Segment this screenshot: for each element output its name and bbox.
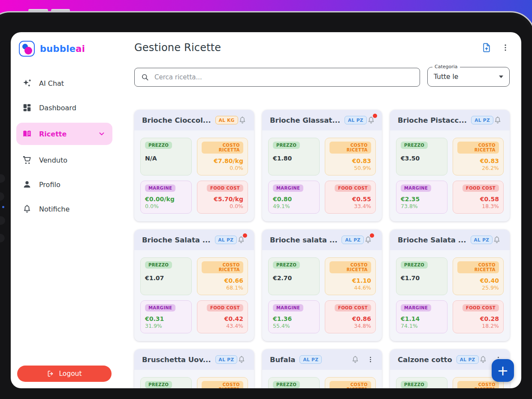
- card-menu-button[interactable]: [380, 236, 382, 244]
- prezzo-value: €1.07: [145, 275, 187, 281]
- margine-value: €0.80: [273, 196, 315, 203]
- category-select[interactable]: Categoria Tutte le: [427, 67, 510, 87]
- card-bell-button[interactable]: [238, 116, 247, 124]
- category-select-label: Categoria: [432, 64, 460, 70]
- card-bell-button[interactable]: [237, 236, 245, 244]
- card-title: Bufala: [270, 356, 295, 364]
- tile-label: MARGINE: [273, 304, 303, 311]
- costo-pct: 68.1%: [202, 284, 244, 291]
- card-bell-button[interactable]: [351, 355, 360, 364]
- card-menu-button[interactable]: [253, 236, 254, 244]
- recipe-card[interactable]: Brioche Cioccol... AL KG PREZZO N/A COST…: [134, 110, 254, 221]
- recipe-card[interactable]: Brioche Glassat... AL PZ PREZZO €1.80 CO…: [262, 110, 382, 221]
- recipe-card[interactable]: Bufala AL PZ PREZZO €10.00 COSTO RICETTA…: [262, 349, 382, 388]
- costo-pct: 50.9%: [329, 165, 372, 171]
- card-bell-button[interactable]: [493, 116, 502, 124]
- costo-value: €7.80/kg: [202, 157, 244, 164]
- sidebar: bubbleai AI Chat Dashboard Ricette Vendu…: [11, 32, 118, 388]
- card-menu-button[interactable]: [253, 355, 254, 364]
- recipe-card[interactable]: Brioche salata ... AL PZ PREZZO €2.70 CO…: [262, 230, 382, 341]
- card-bell-button[interactable]: [493, 236, 501, 244]
- card-bell-button[interactable]: [479, 355, 487, 364]
- search-input[interactable]: [154, 73, 414, 81]
- tile-label: PREZZO: [401, 261, 428, 269]
- sidebar-item-label: Notifiche: [39, 205, 70, 213]
- logo-icon: [19, 41, 35, 57]
- header-menu-button[interactable]: [501, 43, 510, 52]
- food-pct: 18.2%: [457, 323, 499, 329]
- kebab-menu-icon: [253, 355, 254, 364]
- logout-button[interactable]: Logout: [17, 366, 112, 382]
- sparkles-icon: [22, 79, 32, 88]
- tile-margine: MARGINE €0.31 31.9%: [140, 300, 192, 333]
- card-title: Brioche Pistacc...: [398, 116, 467, 124]
- card-menu-button[interactable]: [508, 236, 510, 244]
- recipe-card-header: Bruschetta Uov... AL PZ: [134, 349, 254, 370]
- food-pct: 0.0%: [202, 203, 244, 209]
- costo-pct: 44.6%: [329, 284, 372, 291]
- card-menu-button[interactable]: [509, 116, 510, 124]
- app-screen: bubbleai AI Chat Dashboard Ricette Vendu…: [11, 32, 521, 388]
- search-icon: [141, 73, 149, 82]
- recipe-card[interactable]: Brioche Salata ... AL PZ PREZZO €1.07 CO…: [134, 230, 254, 341]
- card-bell-button[interactable]: [364, 236, 372, 244]
- margine-pct: 49.1%: [273, 203, 315, 209]
- recipe-card[interactable]: Brioche Salata ... AL PZ PREZZO €1.70 CO…: [390, 230, 510, 341]
- card-menu-button[interactable]: [367, 355, 374, 364]
- tile-label: PREZZO: [145, 142, 172, 149]
- margine-value: €1.36: [273, 315, 315, 322]
- sidebar-item-ai-chat[interactable]: AI Chat: [16, 74, 112, 93]
- costo-pct: 26.2%: [457, 165, 499, 171]
- tile-prezzo: PREZZO €3.80: [396, 377, 447, 388]
- tile-label: PREZZO: [401, 142, 428, 149]
- margine-value: €0.31: [145, 315, 187, 322]
- tile-costo-ricetta: COSTO RICETTA €0.66 68.1%: [197, 257, 248, 295]
- tile-costo-ricetta: COSTO RICETTA €7.80/kg 0.0%: [197, 138, 248, 175]
- recipe-card[interactable]: Brioche Pistacc... AL PZ PREZZO €3.50 CO…: [390, 110, 510, 221]
- recipe-card-body: PREZZO €1.80 COSTO RICETTA €0.83 50.9% M…: [262, 130, 382, 221]
- tile-label: COSTO RICETTA: [457, 142, 499, 154]
- tile-label: MARGINE: [273, 184, 303, 192]
- recipe-card[interactable]: Bruschetta Uov... AL PZ PREZZO €12.00 CO…: [134, 349, 254, 388]
- tile-costo-ricetta: COSTO RICETTA €0.83 50.9%: [325, 138, 376, 175]
- sidebar-item-ricette[interactable]: Ricette: [16, 123, 112, 145]
- tile-costo-ricetta: COSTO RICETTA €0.83 26.2%: [453, 138, 504, 175]
- bell-icon: [493, 116, 502, 124]
- tile-costo-ricetta: COSTO RICETTA €3.83 42.1%: [325, 377, 376, 388]
- tile-food-cost: FOOD COST €0.28 18.2%: [453, 300, 504, 333]
- unit-badge: AL KG: [215, 116, 238, 124]
- tile-prezzo: PREZZO N/A: [140, 138, 192, 175]
- tile-label: COSTO RICETTA: [329, 381, 372, 388]
- add-recipe-fab[interactable]: +: [492, 359, 514, 382]
- unit-badge: AL PZ: [215, 355, 238, 364]
- sidebar-item-venduto[interactable]: Venduto: [16, 151, 112, 169]
- sidebar-item-dashboard[interactable]: Dashboard: [16, 98, 112, 117]
- sidebar-item-profilo[interactable]: Profilo: [16, 175, 112, 194]
- tile-label: FOOD COST: [462, 184, 499, 192]
- costo-value: €0.66: [202, 277, 244, 284]
- bell-icon: [238, 116, 247, 124]
- recipe-card-body: PREZZO N/A COSTO RICETTA €7.80/kg 0.0% M…: [134, 130, 254, 221]
- tile-label: FOOD COST: [335, 304, 371, 311]
- sidebar-item-notifiche[interactable]: Notifiche: [16, 200, 112, 218]
- category-select-value: Tutte le: [434, 73, 458, 81]
- card-title: Brioche Salata ...: [398, 236, 466, 244]
- card-bell-button[interactable]: [367, 116, 375, 124]
- costo-pct: 0.0%: [202, 165, 244, 171]
- card-bell-button[interactable]: [237, 355, 246, 364]
- import-file-button[interactable]: [481, 42, 492, 53]
- kebab-menu-icon: [509, 116, 510, 124]
- prezzo-value: N/A: [145, 155, 187, 162]
- tile-food-cost: FOOD COST €5.70/kg 0.0%: [197, 181, 248, 214]
- food-pct: 43.4%: [202, 323, 244, 329]
- unit-badge: AL PZ: [345, 116, 367, 124]
- logout-icon: [47, 370, 54, 378]
- tile-costo-ricetta: COSTO RICETTA €1.10 44.6%: [325, 257, 376, 295]
- tile-label: FOOD COST: [207, 184, 243, 192]
- tile-margine: MARGINE €1.14 74.1%: [396, 300, 447, 333]
- unit-badge: AL PZ: [471, 236, 493, 244]
- unit-badge: AL PZ: [471, 116, 493, 124]
- sidebar-item-label: Ricette: [39, 130, 66, 138]
- recipe-card-header: Brioche Salata ... AL PZ: [390, 230, 510, 250]
- tile-food-cost: FOOD COST €0.42 43.4%: [197, 300, 248, 333]
